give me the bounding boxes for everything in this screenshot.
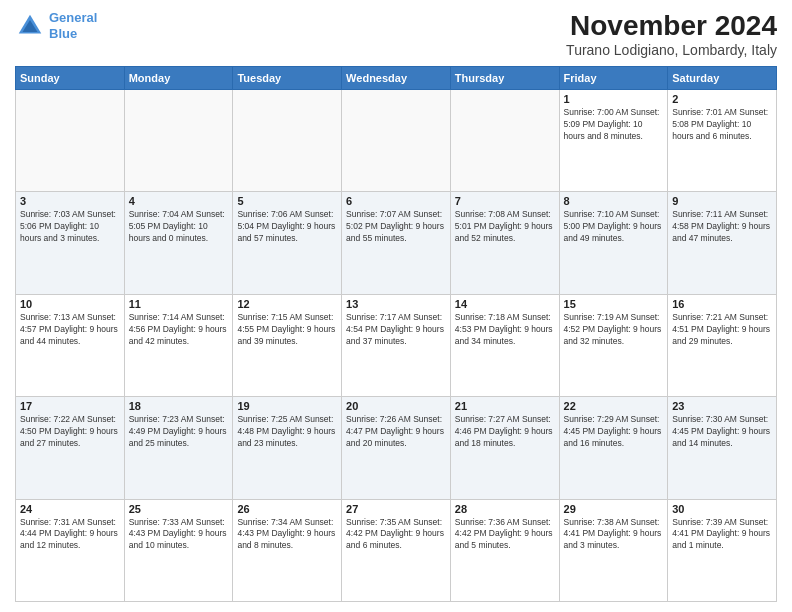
day-number: 10	[20, 298, 120, 310]
day-info: Sunrise: 7:08 AM Sunset: 5:01 PM Dayligh…	[455, 209, 555, 245]
day-cell: 25Sunrise: 7:33 AM Sunset: 4:43 PM Dayli…	[124, 499, 233, 601]
day-number: 14	[455, 298, 555, 310]
day-number: 2	[672, 93, 772, 105]
calendar-body: 1Sunrise: 7:00 AM Sunset: 5:09 PM Daylig…	[16, 90, 777, 602]
weekday-friday: Friday	[559, 67, 668, 90]
week-row-4: 24Sunrise: 7:31 AM Sunset: 4:44 PM Dayli…	[16, 499, 777, 601]
day-cell: 9Sunrise: 7:11 AM Sunset: 4:58 PM Daylig…	[668, 192, 777, 294]
day-info: Sunrise: 7:10 AM Sunset: 5:00 PM Dayligh…	[564, 209, 664, 245]
day-cell: 17Sunrise: 7:22 AM Sunset: 4:50 PM Dayli…	[16, 397, 125, 499]
day-cell: 20Sunrise: 7:26 AM Sunset: 4:47 PM Dayli…	[342, 397, 451, 499]
day-cell: 23Sunrise: 7:30 AM Sunset: 4:45 PM Dayli…	[668, 397, 777, 499]
day-number: 5	[237, 195, 337, 207]
day-number: 21	[455, 400, 555, 412]
day-cell: 7Sunrise: 7:08 AM Sunset: 5:01 PM Daylig…	[450, 192, 559, 294]
weekday-thursday: Thursday	[450, 67, 559, 90]
day-info: Sunrise: 7:26 AM Sunset: 4:47 PM Dayligh…	[346, 414, 446, 450]
day-number: 23	[672, 400, 772, 412]
day-cell: 5Sunrise: 7:06 AM Sunset: 5:04 PM Daylig…	[233, 192, 342, 294]
logo: General Blue	[15, 10, 97, 41]
day-info: Sunrise: 7:38 AM Sunset: 4:41 PM Dayligh…	[564, 517, 664, 553]
day-number: 24	[20, 503, 120, 515]
day-info: Sunrise: 7:30 AM Sunset: 4:45 PM Dayligh…	[672, 414, 772, 450]
logo-line2: Blue	[49, 26, 77, 41]
day-cell: 16Sunrise: 7:21 AM Sunset: 4:51 PM Dayli…	[668, 294, 777, 396]
day-number: 1	[564, 93, 664, 105]
day-cell	[342, 90, 451, 192]
day-number: 15	[564, 298, 664, 310]
day-cell	[124, 90, 233, 192]
day-info: Sunrise: 7:25 AM Sunset: 4:48 PM Dayligh…	[237, 414, 337, 450]
weekday-saturday: Saturday	[668, 67, 777, 90]
day-number: 11	[129, 298, 229, 310]
day-info: Sunrise: 7:23 AM Sunset: 4:49 PM Dayligh…	[129, 414, 229, 450]
day-cell: 28Sunrise: 7:36 AM Sunset: 4:42 PM Dayli…	[450, 499, 559, 601]
day-info: Sunrise: 7:33 AM Sunset: 4:43 PM Dayligh…	[129, 517, 229, 553]
logo-text: General Blue	[49, 10, 97, 41]
day-cell: 13Sunrise: 7:17 AM Sunset: 4:54 PM Dayli…	[342, 294, 451, 396]
day-number: 28	[455, 503, 555, 515]
day-cell: 8Sunrise: 7:10 AM Sunset: 5:00 PM Daylig…	[559, 192, 668, 294]
day-number: 16	[672, 298, 772, 310]
day-number: 9	[672, 195, 772, 207]
day-cell: 11Sunrise: 7:14 AM Sunset: 4:56 PM Dayli…	[124, 294, 233, 396]
day-info: Sunrise: 7:17 AM Sunset: 4:54 PM Dayligh…	[346, 312, 446, 348]
day-number: 25	[129, 503, 229, 515]
day-cell: 21Sunrise: 7:27 AM Sunset: 4:46 PM Dayli…	[450, 397, 559, 499]
day-cell: 2Sunrise: 7:01 AM Sunset: 5:08 PM Daylig…	[668, 90, 777, 192]
day-info: Sunrise: 7:18 AM Sunset: 4:53 PM Dayligh…	[455, 312, 555, 348]
day-info: Sunrise: 7:06 AM Sunset: 5:04 PM Dayligh…	[237, 209, 337, 245]
day-cell: 22Sunrise: 7:29 AM Sunset: 4:45 PM Dayli…	[559, 397, 668, 499]
day-info: Sunrise: 7:34 AM Sunset: 4:43 PM Dayligh…	[237, 517, 337, 553]
day-info: Sunrise: 7:21 AM Sunset: 4:51 PM Dayligh…	[672, 312, 772, 348]
day-cell: 24Sunrise: 7:31 AM Sunset: 4:44 PM Dayli…	[16, 499, 125, 601]
day-cell: 30Sunrise: 7:39 AM Sunset: 4:41 PM Dayli…	[668, 499, 777, 601]
day-info: Sunrise: 7:27 AM Sunset: 4:46 PM Dayligh…	[455, 414, 555, 450]
day-info: Sunrise: 7:01 AM Sunset: 5:08 PM Dayligh…	[672, 107, 772, 143]
day-cell: 1Sunrise: 7:00 AM Sunset: 5:09 PM Daylig…	[559, 90, 668, 192]
calendar-table: SundayMondayTuesdayWednesdayThursdayFrid…	[15, 66, 777, 602]
weekday-wednesday: Wednesday	[342, 67, 451, 90]
day-cell	[450, 90, 559, 192]
week-row-2: 10Sunrise: 7:13 AM Sunset: 4:57 PM Dayli…	[16, 294, 777, 396]
day-cell: 19Sunrise: 7:25 AM Sunset: 4:48 PM Dayli…	[233, 397, 342, 499]
week-row-3: 17Sunrise: 7:22 AM Sunset: 4:50 PM Dayli…	[16, 397, 777, 499]
day-info: Sunrise: 7:15 AM Sunset: 4:55 PM Dayligh…	[237, 312, 337, 348]
day-info: Sunrise: 7:19 AM Sunset: 4:52 PM Dayligh…	[564, 312, 664, 348]
week-row-0: 1Sunrise: 7:00 AM Sunset: 5:09 PM Daylig…	[16, 90, 777, 192]
day-number: 18	[129, 400, 229, 412]
day-info: Sunrise: 7:22 AM Sunset: 4:50 PM Dayligh…	[20, 414, 120, 450]
week-row-1: 3Sunrise: 7:03 AM Sunset: 5:06 PM Daylig…	[16, 192, 777, 294]
day-number: 30	[672, 503, 772, 515]
day-info: Sunrise: 7:07 AM Sunset: 5:02 PM Dayligh…	[346, 209, 446, 245]
day-cell: 3Sunrise: 7:03 AM Sunset: 5:06 PM Daylig…	[16, 192, 125, 294]
day-cell: 29Sunrise: 7:38 AM Sunset: 4:41 PM Dayli…	[559, 499, 668, 601]
day-number: 7	[455, 195, 555, 207]
day-number: 22	[564, 400, 664, 412]
day-cell: 14Sunrise: 7:18 AM Sunset: 4:53 PM Dayli…	[450, 294, 559, 396]
weekday-tuesday: Tuesday	[233, 67, 342, 90]
day-number: 19	[237, 400, 337, 412]
day-info: Sunrise: 7:13 AM Sunset: 4:57 PM Dayligh…	[20, 312, 120, 348]
logo-icon	[15, 11, 45, 41]
weekday-sunday: Sunday	[16, 67, 125, 90]
day-cell: 27Sunrise: 7:35 AM Sunset: 4:42 PM Dayli…	[342, 499, 451, 601]
day-number: 6	[346, 195, 446, 207]
day-cell: 4Sunrise: 7:04 AM Sunset: 5:05 PM Daylig…	[124, 192, 233, 294]
day-cell: 15Sunrise: 7:19 AM Sunset: 4:52 PM Dayli…	[559, 294, 668, 396]
day-cell: 10Sunrise: 7:13 AM Sunset: 4:57 PM Dayli…	[16, 294, 125, 396]
day-cell: 18Sunrise: 7:23 AM Sunset: 4:49 PM Dayli…	[124, 397, 233, 499]
day-info: Sunrise: 7:00 AM Sunset: 5:09 PM Dayligh…	[564, 107, 664, 143]
day-info: Sunrise: 7:04 AM Sunset: 5:05 PM Dayligh…	[129, 209, 229, 245]
day-number: 13	[346, 298, 446, 310]
day-info: Sunrise: 7:39 AM Sunset: 4:41 PM Dayligh…	[672, 517, 772, 553]
weekday-header-row: SundayMondayTuesdayWednesdayThursdayFrid…	[16, 67, 777, 90]
header: General Blue November 2024 Turano Lodigi…	[15, 10, 777, 58]
day-info: Sunrise: 7:11 AM Sunset: 4:58 PM Dayligh…	[672, 209, 772, 245]
day-cell	[16, 90, 125, 192]
day-number: 20	[346, 400, 446, 412]
day-cell	[233, 90, 342, 192]
day-info: Sunrise: 7:03 AM Sunset: 5:06 PM Dayligh…	[20, 209, 120, 245]
day-number: 17	[20, 400, 120, 412]
day-number: 26	[237, 503, 337, 515]
